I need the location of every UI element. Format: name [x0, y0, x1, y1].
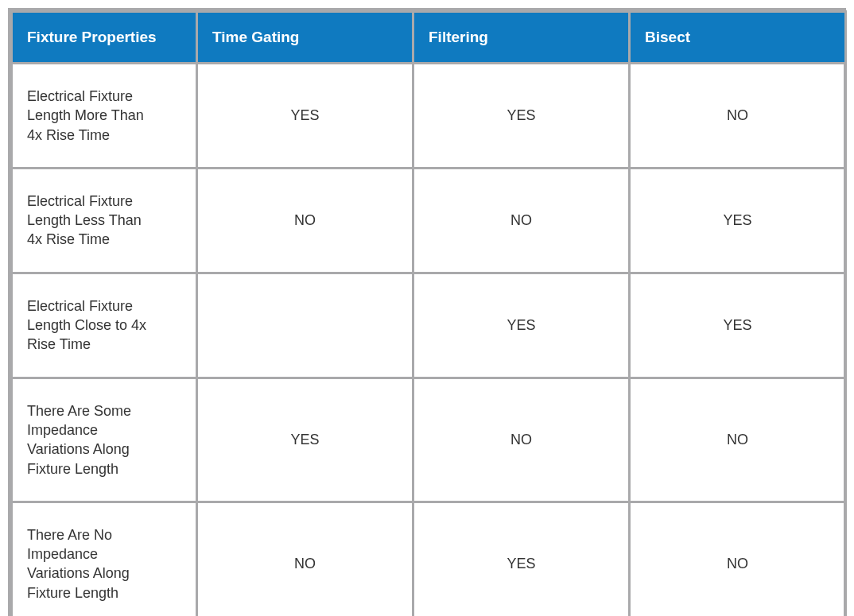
- fixture-properties-table: Fixture Properties Time Gating Filtering…: [8, 8, 846, 616]
- value-cell: NO: [413, 168, 630, 273]
- value-cell: YES: [413, 502, 630, 616]
- value-cell: NO: [413, 378, 630, 502]
- property-cell: Electrical Fixture Length Less Than 4x R…: [12, 168, 197, 273]
- table-row: Electrical Fixture Length Less Than 4x R…: [12, 168, 846, 273]
- header-time-gating: Time Gating: [197, 12, 413, 64]
- value-cell: NO: [630, 64, 846, 169]
- value-cell: NO: [630, 502, 846, 616]
- value-cell: YES: [630, 168, 846, 273]
- table-row: Electrical Fixture Length More Than 4x R…: [12, 64, 846, 169]
- value-cell: NO: [197, 502, 413, 616]
- header-fixture-properties: Fixture Properties: [12, 12, 197, 64]
- value-cell: YES: [197, 64, 413, 169]
- value-cell: YES: [197, 378, 413, 502]
- value-cell: YES: [413, 64, 630, 169]
- table-row: There Are No Impedance Variations Along …: [12, 502, 846, 616]
- value-cell: YES: [630, 273, 846, 378]
- value-cell: [197, 273, 413, 378]
- header-filtering: Filtering: [413, 12, 630, 64]
- property-cell: There Are No Impedance Variations Along …: [12, 502, 197, 616]
- header-bisect: Bisect: [630, 12, 846, 64]
- property-cell: Electrical Fixture Length Close to 4x Ri…: [12, 273, 197, 378]
- property-cell: Electrical Fixture Length More Than 4x R…: [12, 64, 197, 169]
- value-cell: NO: [630, 378, 846, 502]
- table-header-row: Fixture Properties Time Gating Filtering…: [12, 12, 846, 64]
- value-cell: YES: [413, 273, 630, 378]
- property-cell: There Are Some Impedance Variations Alon…: [12, 378, 197, 502]
- table-row: Electrical Fixture Length Close to 4x Ri…: [12, 273, 846, 378]
- value-cell: NO: [197, 168, 413, 273]
- table-row: There Are Some Impedance Variations Alon…: [12, 378, 846, 502]
- comparison-table: Fixture Properties Time Gating Filtering…: [10, 10, 847, 616]
